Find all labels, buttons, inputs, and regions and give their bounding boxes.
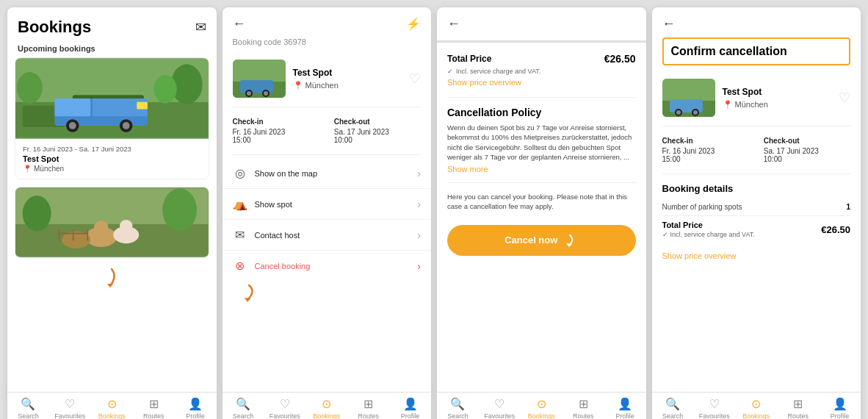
scroll-arrow	[97, 265, 126, 287]
checkin-checkout-row: Check-in Fr. 16 Juni 2023 15:00 Check-ou…	[223, 110, 432, 151]
show-more-link[interactable]: Show more	[447, 165, 636, 173]
confirm-title: Confirm cancellation	[671, 45, 787, 57]
svg-point-8	[69, 122, 76, 129]
nav-profile[interactable]: 👤 Profile	[175, 397, 217, 419]
price-section: Total Price €26.50 ✓ Incl. service charg…	[437, 46, 646, 94]
bottom-navigation-3: 🔍 Search ♡ Favourites ⊙ Bookings ⊞ Route…	[437, 392, 646, 419]
profile-icon-3: 👤	[618, 397, 632, 411]
location-pin-icon-4: 📍	[723, 100, 733, 110]
nav-favourites-2[interactable]: ♡ Favourites	[264, 397, 305, 419]
back-button-4[interactable]: ←	[662, 16, 676, 31]
booking-name: Test Spot	[23, 154, 201, 163]
search-icon-4: 🔍	[665, 397, 680, 411]
spot-info: Test Spot 📍 München	[293, 68, 402, 90]
cancel-booking-row[interactable]: ⊗ Cancel booking ›	[223, 251, 432, 281]
checkin-time: 15:00	[233, 136, 319, 144]
spot-card-4: Test Spot 📍 München ♡	[652, 73, 861, 123]
checkin-date: Fr. 16 Juni 2023	[233, 128, 319, 136]
nav-routes[interactable]: ⊞ Routes	[133, 397, 175, 419]
show-price-overview-link-4[interactable]: Show price overview	[662, 251, 851, 260]
cancel-chevron-icon: ›	[417, 260, 421, 272]
show-map-label: Show on the map	[255, 169, 418, 178]
checkout-label: Check-out	[334, 118, 421, 126]
email-icon[interactable]: ✉	[195, 19, 206, 35]
policy-text: Wenn du deinen Spot bis zu 7 Tage vor An…	[447, 123, 636, 162]
spot-info-4: Test Spot 📍 München	[723, 87, 832, 110]
svg-point-22	[120, 220, 133, 232]
policy-section: Cancellation Policy Wenn du deinen Spot …	[437, 101, 646, 179]
nav-search-4[interactable]: 🔍 Search	[652, 397, 694, 419]
checkin-col-4: Check-in Fr. 16 Juni 2023 15:00	[662, 137, 749, 163]
nav-bookings-3[interactable]: ⊙ Bookings	[521, 397, 563, 419]
checkout-time-4: 10:00	[764, 155, 850, 163]
nav-bookings-4[interactable]: ⊙ Bookings	[735, 397, 777, 419]
pin-icon: 📍	[23, 165, 32, 173]
search-icon: 🔍	[21, 397, 35, 411]
nav-profile-3[interactable]: 👤 Profile	[604, 397, 646, 419]
spot-thumbnail	[233, 60, 286, 98]
profile-icon-4: 👤	[833, 397, 847, 411]
checkout-label-4: Check-out	[764, 137, 850, 145]
cancel-now-button[interactable]: Cancel now	[447, 225, 636, 256]
booking-card-2[interactable]	[15, 187, 209, 258]
screen-bookings-list: Bookings ✉ Upcoming bookings	[7, 7, 217, 419]
divider-1	[233, 107, 422, 107]
nav-search-3[interactable]: 🔍 Search	[437, 397, 479, 419]
nav-favourites-4[interactable]: ♡ Favourites	[693, 397, 735, 419]
confirm-title-box: Confirm cancellation	[662, 37, 851, 65]
nav-routes-2[interactable]: ⊞ Routes	[347, 397, 389, 419]
nav-favourites-3[interactable]: ♡ Favourites	[479, 397, 521, 419]
nav-profile-2[interactable]: 👤 Profile	[389, 397, 431, 419]
nav-bookings-2[interactable]: ⊙ Bookings	[305, 397, 347, 419]
booking-card-1[interactable]: Fr. 16 Juni 2023 - Sa. 17 Juni 2023 Test…	[15, 57, 209, 179]
note-divider	[447, 182, 636, 183]
checkin-label-4: Check-in	[662, 137, 749, 145]
contact-host-row[interactable]: ✉ Contact host ›	[223, 220, 432, 251]
checkout-col-4: Check-out Sa. 17 Juni 2023 10:00	[764, 137, 850, 163]
nav-favourites[interactable]: ♡ Favourites	[49, 397, 91, 419]
bookings-header: Bookings ✉	[7, 7, 217, 41]
chevron-right-icon-3: ›	[417, 229, 421, 241]
checkin-label: Check-in	[233, 118, 319, 126]
heart-icon: ♡	[65, 397, 75, 411]
chevron-right-icon: ›	[417, 168, 421, 179]
svg-point-24	[23, 196, 51, 232]
svg-rect-11	[137, 102, 148, 110]
nav-search[interactable]: 🔍 Search	[7, 397, 49, 419]
booking-image-1	[15, 58, 209, 139]
show-spot-row[interactable]: ⛺ Show spot ›	[223, 189, 432, 220]
nav-routes-3[interactable]: ⊞ Routes	[563, 397, 604, 419]
checkout-date: Sa. 17 Juni 2023	[334, 128, 421, 136]
favourite-button[interactable]: ♡	[409, 71, 421, 87]
routes-icon-3: ⊞	[579, 397, 588, 411]
nav-bookings[interactable]: ⊙ Bookings	[91, 397, 133, 419]
bottom-navigation-2: 🔍 Search ♡ Favourites ⊙ Bookings ⊞ Route…	[223, 392, 432, 419]
nav-routes-4[interactable]: ⊞ Routes	[777, 397, 819, 419]
total-price-val-4: €26.50	[821, 224, 850, 235]
check-icon-4: ✓	[662, 231, 668, 238]
bookings-icon-4: ⊙	[751, 397, 761, 411]
svg-rect-26	[58, 230, 59, 241]
booking-location: 📍 München	[23, 165, 201, 173]
nav-profile-4[interactable]: 👤 Profile	[819, 397, 861, 419]
nav-search-2[interactable]: 🔍 Search	[223, 397, 264, 419]
back-button[interactable]: ←	[233, 16, 246, 32]
show-price-overview-link[interactable]: Show price overview	[447, 78, 636, 87]
spot-name: Test Spot	[293, 68, 402, 78]
bottom-navigation-4: 🔍 Search ♡ Favourites ⊙ Bookings ⊞ Route…	[652, 392, 861, 419]
message-icon: ✉	[233, 228, 247, 242]
booking-image-2	[15, 187, 209, 257]
vat-text: ✓ Incl. service charge and VAT.	[447, 68, 636, 75]
spot-thumbnail-4	[662, 79, 715, 117]
spot-card: Test Spot 📍 München ♡	[223, 54, 432, 104]
show-map-row[interactable]: ◎ Show on the map ›	[223, 158, 432, 189]
favourite-button-4[interactable]: ♡	[839, 90, 850, 106]
heart-icon-4: ♡	[709, 397, 720, 411]
screen-booking-detail: ← ⚡ Booking code 36978	[223, 7, 432, 419]
search-icon-3: 🔍	[450, 397, 465, 411]
spot-location-4: 📍 München	[723, 100, 832, 110]
back-button-3[interactable]: ←	[447, 16, 460, 31]
heart-icon-2: ♡	[280, 397, 290, 411]
share-button[interactable]: ⚡	[406, 17, 421, 31]
divider-4a	[662, 126, 851, 126]
